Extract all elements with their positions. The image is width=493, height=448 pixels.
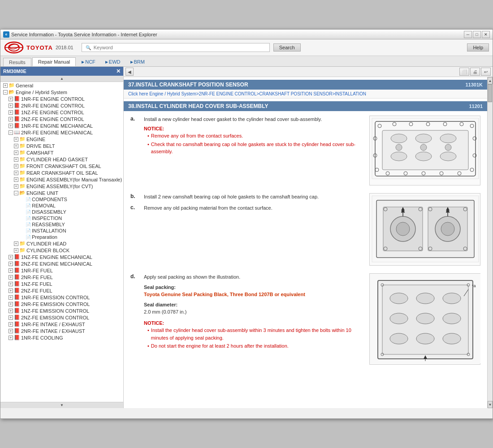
expand-icon-1nr-fuel[interactable]: + — [9, 268, 13, 273]
sidebar-item-2nr-fuel[interactable]: + 📕 2NR-FE FUEL — [0, 274, 123, 280]
expand-icon-cyl-gasket[interactable]: + — [14, 157, 18, 162]
sidebar-label-2nz-fuel: 2NZ-FE FUEL — [21, 288, 52, 293]
doc-icon-preparation: 📄 — [26, 235, 31, 240]
expand-icon-engine-unit[interactable]: − — [14, 191, 18, 195]
expand-icon-1nz-mech[interactable]: + — [9, 255, 13, 259]
search-button[interactable]: Search — [273, 43, 301, 52]
minimize-button[interactable]: ─ — [464, 31, 472, 38]
sidebar-item-2nr-mech[interactable]: − 📖 2NR-FE ENGINE MECHANICAL — [0, 129, 123, 136]
sidebar-item-removal[interactable]: 📄 REMOVAL — [0, 202, 123, 209]
expand-icon-rear-seal[interactable]: + — [14, 171, 18, 175]
sidebar-item-1nr-cooling[interactable]: + 📕 1NR-FE COOLING — [0, 334, 123, 341]
sidebar-item-front-crank-seal[interactable]: + 📁 FRONT CRANKSHAFT OIL SEAL — [0, 163, 123, 169]
expand-icon-2nr-control[interactable]: + — [9, 103, 13, 108]
sidebar-item-inspection[interactable]: 📄 INSPECTION — [0, 215, 123, 221]
expand-icon-2nz-mech[interactable]: + — [9, 262, 13, 266]
expand-icon-1nr-mech[interactable]: + — [9, 124, 13, 128]
expand-icon-2nr-mech[interactable]: − — [9, 130, 13, 135]
expand-icon-2nz-ctrl[interactable]: + — [9, 117, 13, 121]
sidebar-item-1nr-intake[interactable]: + 📕 1NR-FE INTAKE / EXHAUST — [0, 321, 123, 327]
sidebar-item-reassembly[interactable]: 📄 REASSEMBLY — [0, 221, 123, 228]
content-print[interactable]: 🖨 — [470, 68, 480, 76]
expand-icon-camshaft[interactable]: + — [14, 151, 18, 155]
sidebar-item-1nz-control[interactable]: + 📕 1NZ-FE ENGINE CONTROL — [0, 109, 123, 116]
sidebar-item-disassembly[interactable]: 📄 DISASSEMBLY — [0, 209, 123, 215]
sidebar-item-1nr-emission[interactable]: + 📕 1NR-FE EMISSION CONTROL — [0, 294, 123, 301]
sidebar-item-1nz-fuel[interactable]: + 📕 1NZ-FE FUEL — [0, 280, 123, 287]
sidebar-item-2nr-intake[interactable]: + 📕 2NR-FE INTAKE / EXHAUST — [0, 327, 123, 334]
sidebar-item-1nz-mech[interactable]: + 📕 1NZ-FE ENGINE MECHANICAL — [0, 254, 123, 260]
tab-ewd[interactable]: ▶ EWD — [100, 57, 125, 66]
sidebar-item-1nr-fuel[interactable]: + 📕 1NR-FE FUEL — [0, 267, 123, 274]
expand-icon-drive-belt[interactable]: + — [14, 144, 18, 148]
sidebar-item-2nr-emission[interactable]: + 📕 2NR-FE EMISSION CONTROL — [0, 301, 123, 307]
tab-brm[interactable]: ▶ BRM — [125, 57, 150, 66]
sidebar-item-2nr-control[interactable]: + 📕 2NR-FE ENGINE CONTROL — [0, 102, 123, 109]
expand-icon-engine-sub[interactable]: + — [14, 137, 18, 142]
sidebar-item-cylinder-head[interactable]: + 📁 CYLINDER HEAD — [0, 240, 123, 247]
content-nav-right[interactable]: ↩ — [481, 68, 491, 76]
expand-icon-2nr-emission[interactable]: + — [9, 302, 13, 306]
sidebar-item-cylinder-block[interactable]: + 📁 CYLINDER BLOCK — [0, 247, 123, 254]
scroll-up-button[interactable]: ▲ — [488, 77, 493, 84]
sidebar-item-engine[interactable]: + 📁 ENGINE — [0, 136, 123, 142]
help-button[interactable]: Help — [467, 43, 489, 52]
sidebar-item-camshaft[interactable]: + 📁 CAMSHAFT — [0, 149, 123, 156]
expand-icon-2nr-intake[interactable]: + — [9, 329, 13, 333]
expand-icon-eng-cvt[interactable]: + — [14, 184, 18, 189]
expand-icon-engine[interactable]: − — [3, 90, 8, 95]
sidebar-scroll-area[interactable]: + 📁 General − 📂 Engine / Hybrid System +… — [0, 82, 123, 402]
tab-ncf[interactable]: ▶ NCF — [77, 57, 100, 66]
sidebar-item-1nr-mech[interactable]: + 📕 1NR-FE ENGINE MECHANICAL — [0, 122, 123, 129]
sidebar-item-1nz-emission[interactable]: + 📕 1NZ-FE EMISSION CONTROL — [0, 307, 123, 314]
content-prev-page[interactable]: ⬜ — [459, 68, 469, 76]
sidebar-item-2nz-fuel[interactable]: + 📕 2NZ-FE FUEL — [0, 287, 123, 294]
scroll-thumb[interactable] — [488, 84, 492, 102]
sidebar-scroll-up[interactable]: ▲ — [0, 76, 123, 82]
sidebar-item-components[interactable]: 📄 COMPONENTS — [0, 196, 123, 202]
sidebar-item-rear-crank-seal[interactable]: + 📁 REAR CRANKSHAFT OIL SEAL — [0, 169, 123, 176]
sidebar-label-cylinder-head: CYLINDER HEAD — [26, 241, 66, 246]
expand-icon-1nr-intake[interactable]: + — [9, 322, 13, 327]
expand-icon-cyl-block[interactable]: + — [14, 248, 18, 253]
nav-back-button[interactable]: ◀ — [125, 68, 134, 76]
sidebar-item-engine-unit[interactable]: − 📂 ENGINE UNIT — [0, 190, 123, 196]
expand-icon-cyl-head[interactable]: + — [14, 241, 18, 246]
expand-icon-front-seal[interactable]: + — [14, 164, 18, 168]
sidebar-item-engine-hybrid[interactable]: − 📂 Engine / Hybrid System — [0, 89, 123, 95]
sidebar-item-2nz-mech[interactable]: + 📕 2NZ-FE ENGINE MECHANICAL — [0, 260, 123, 267]
sidebar-label-2nr-control: 2NR-FE ENGINE CONTROL — [21, 103, 85, 108]
expand-icon-2nz-emission[interactable]: + — [9, 315, 13, 320]
search-input[interactable] — [94, 45, 266, 50]
tab-results[interactable]: Results — [3, 58, 31, 66]
sidebar-item-eng-asm-manual[interactable]: + 📁 ENGINE ASSEMBLY(for Manual Transaxle… — [0, 176, 123, 183]
sidebar-item-1nr-control[interactable]: + 📕 1NR-FE ENGINE CONTROL — [0, 95, 123, 102]
sidebar-item-general[interactable]: + 📁 General — [0, 82, 123, 89]
expand-icon-1nr-emission[interactable]: + — [9, 295, 13, 300]
expand-icon-1nz-ctrl[interactable]: + — [9, 110, 13, 115]
sidebar-item-cyl-head-gasket[interactable]: + 📁 CYLINDER HEAD GASKET — [0, 156, 123, 163]
sidebar-item-installation[interactable]: 📄 INSTALLATION — [0, 228, 123, 234]
sidebar-item-preparation[interactable]: 📄 Preparation — [0, 234, 123, 240]
expand-icon-2nz-fuel[interactable]: + — [9, 289, 13, 293]
restore-button[interactable]: □ — [473, 31, 481, 38]
scroll-down-button[interactable]: ▼ — [488, 401, 493, 408]
expand-icon-1nz-fuel[interactable]: + — [9, 282, 13, 286]
content-scroll[interactable]: 37.INSTALL CRANKSHAFT POSITION SENSOR 11… — [124, 77, 487, 408]
sidebar-item-drive-belt[interactable]: + 📁 DRIVE BELT — [0, 142, 123, 149]
close-button[interactable]: ✕ — [482, 31, 490, 38]
expand-icon-2nr-fuel[interactable]: + — [9, 275, 13, 280]
expand-icon-1nr-control[interactable]: + — [9, 97, 13, 101]
expand-icon-1nr-cooling[interactable]: + — [9, 336, 13, 340]
expand-icon-1nz-emission[interactable]: + — [9, 309, 13, 313]
sidebar-item-eng-asm-cvt[interactable]: + 📁 ENGINE ASSEMBLY(for CVT) — [0, 183, 123, 190]
sidebar-close-button[interactable]: ✕ — [116, 68, 121, 74]
tab-repair-manual[interactable]: Repair Manual — [32, 57, 76, 66]
breadcrumb-link[interactable]: Engine / Hybrid System>2NR-FE ENGINE CON… — [149, 91, 366, 96]
sidebar-item-2nz-emission[interactable]: + 📕 2NZ-FE EMISSION CONTROL — [0, 314, 123, 321]
sidebar-scroll-down[interactable]: ▼ — [0, 402, 123, 408]
scroll-track[interactable] — [488, 84, 493, 401]
sidebar-item-2nz-control[interactable]: + 📕 2NZ-FE ENGINE CONTROL — [0, 116, 123, 122]
expand-icon-general[interactable]: + — [3, 83, 8, 88]
expand-icon-eng-manual[interactable]: + — [14, 177, 18, 182]
